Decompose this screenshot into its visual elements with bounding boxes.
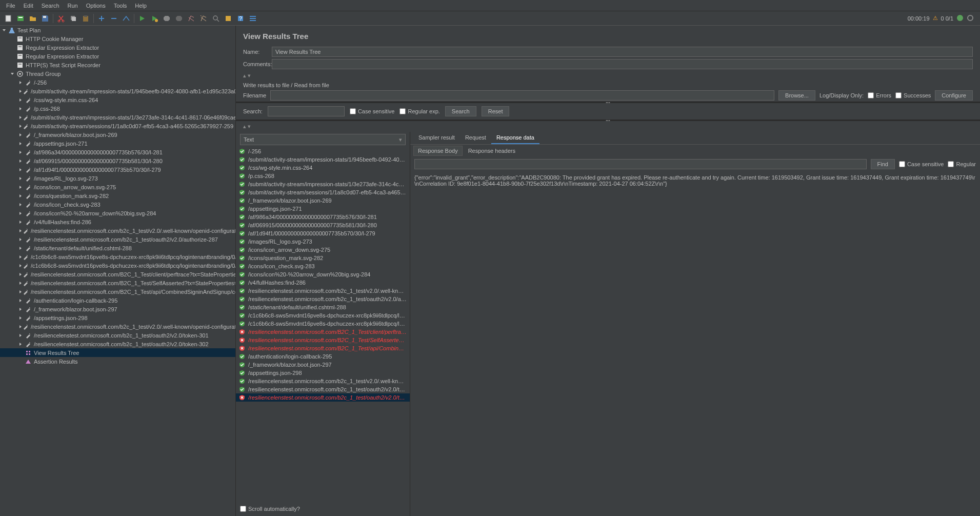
tree-node[interactable]: /icons/question_mark.svg-282 — [0, 191, 235, 200]
result-row[interactable]: /c1c6b6c8-sws5mvdnt16pve8s-dpchuczex-xrc… — [236, 320, 410, 328]
tree-node[interactable]: /resiliencelenstest.onmicrosoft.com/b2c_… — [0, 322, 235, 331]
find-input[interactable] — [414, 159, 867, 169]
result-row[interactable]: /icons/Icon_check.svg-283 — [236, 262, 410, 270]
tree-node[interactable]: /af/986a34/000000000000000007735b576/30/… — [0, 148, 235, 156]
menu-help[interactable]: Help — [131, 3, 151, 9]
tree-node[interactable]: /_framework/blazor.boot.json-269 — [0, 130, 235, 139]
response-body[interactable]: {"error":"invalid_grant","error_descript… — [410, 171, 980, 516]
subtab-response-body[interactable]: Response Body — [413, 146, 463, 156]
result-row[interactable]: /icons/icon%20-%20arrow_down%20big.svg-2… — [236, 270, 410, 279]
result-row[interactable]: /resiliencelenstest.onmicrosoft.com/b2c_… — [236, 377, 410, 385]
successes-checkbox[interactable]: Successes — [895, 92, 931, 98]
result-row[interactable]: /af/069915/000000000000000007735b581/30/… — [236, 221, 410, 229]
browse-button[interactable]: Browse... — [778, 90, 815, 101]
result-row[interactable]: /resiliencelenstest.onmicrosoft.com/b2c_… — [236, 385, 410, 393]
search-button[interactable]: Search — [445, 106, 476, 116]
errors-checkbox[interactable]: Errors — [868, 92, 891, 98]
find-regex-checkbox[interactable]: Regular — [948, 161, 976, 167]
find-case-checkbox[interactable]: Case sensitive — [899, 161, 944, 167]
result-row[interactable]: /_framework/blazor.boot.json-269 — [236, 196, 410, 205]
tree-node[interactable]: Regular Expression Extractor — [0, 52, 235, 61]
result-row[interactable]: /icons/question_mark.svg-282 — [236, 254, 410, 262]
warn-icon[interactable]: ⚠ — [933, 15, 938, 22]
result-row[interactable]: /submit/activity-stream/impression-stats… — [236, 180, 410, 188]
tree-node[interactable]: /resiliencelenstest.onmicrosoft.com/b2c_… — [0, 226, 235, 235]
tree-node[interactable]: Regular Expression Extractor — [0, 43, 235, 52]
collapse-icon[interactable] — [108, 13, 119, 24]
tree-node[interactable]: Thread Group — [0, 69, 235, 78]
tree-node[interactable]: /resiliencelenstest.onmicrosoft.com/B2C_… — [0, 287, 235, 296]
tree-node[interactable]: /c1c6b6c8-sws5mvdnt16pve8s-dpchuczex-xrc… — [0, 261, 235, 270]
tree-node[interactable]: /submit/activity-stream/impression-stats… — [0, 87, 235, 95]
tree-node[interactable]: /v4/fullHashes:find-286 — [0, 217, 235, 226]
comments-input[interactable] — [272, 59, 973, 69]
tab-sampler-result[interactable]: Sampler result — [413, 132, 460, 144]
renderer-combo[interactable]: Text — [240, 134, 406, 145]
open-icon[interactable] — [27, 13, 38, 24]
clear-icon[interactable] — [186, 13, 197, 24]
menu-edit[interactable]: Edit — [19, 3, 37, 9]
result-row[interactable]: /submit/activity-stream/impression-stats… — [236, 155, 410, 164]
new-icon[interactable] — [3, 13, 14, 24]
gear-icon[interactable] — [967, 14, 974, 23]
result-row[interactable]: /resiliencelenstest.onmicrosoft.com/B2C_… — [236, 336, 410, 344]
tree-node[interactable]: HTTP Cookie Manager — [0, 34, 235, 43]
copy-icon[interactable] — [68, 13, 79, 24]
tree-node[interactable]: Assertion Results — [0, 357, 235, 366]
result-list[interactable]: /-256/submit/activity-stream/impression-… — [236, 147, 410, 502]
start-icon[interactable] — [136, 13, 148, 24]
test-plan-tree[interactable]: Test PlanHTTP Cookie ManagerRegular Expr… — [0, 26, 236, 516]
tree-node[interactable]: /af/1d94f1/000000000000000007735b570/30/… — [0, 165, 235, 174]
result-row[interactable]: /resiliencelenstest.onmicrosoft.com/b2c_… — [236, 295, 410, 303]
tree-node[interactable]: /images/RL_logo.svg-273 — [0, 174, 235, 183]
tree-node[interactable]: /resiliencelenstest.onmicrosoft.com/B2C_… — [0, 270, 235, 279]
menu-file[interactable]: File — [2, 3, 19, 9]
result-row[interactable]: /static/tenant/default/unified.cshtml-28… — [236, 303, 410, 311]
tree-node[interactable]: /icons/Icon_check.svg-283 — [0, 200, 235, 209]
expand-icon[interactable] — [96, 13, 107, 24]
tree-node[interactable]: /af/069915/000000000000000007735b581/30/… — [0, 156, 235, 165]
tree-node[interactable]: /resiliencelenstest.onmicrosoft.com/b2c_… — [0, 340, 235, 348]
result-row[interactable]: /-256 — [236, 147, 410, 155]
menu-run[interactable]: Run — [64, 3, 82, 9]
result-row[interactable]: /p.css-268 — [236, 172, 410, 180]
result-row[interactable]: /submit/activity-stream/sessions/1/1a8c0… — [236, 188, 410, 196]
result-row[interactable]: /af/986a34/000000000000000007735b576/30/… — [236, 213, 410, 221]
configure-button[interactable]: Configure — [935, 90, 973, 101]
tree-node[interactable]: /resiliencelenstest.onmicrosoft.com/b2c_… — [0, 331, 235, 340]
tree-node[interactable]: /icons/icon%20-%20arrow_down%20big.svg-2… — [0, 209, 235, 217]
search-icon[interactable] — [210, 13, 222, 24]
splitter[interactable] — [236, 120, 980, 121]
result-row[interactable]: /resiliencelenstest.onmicrosoft.com/b2c_… — [236, 393, 410, 402]
result-row[interactable]: /af/1d94f1/000000000000000007735b570/30/… — [236, 229, 410, 237]
menu-options[interactable]: Options — [82, 3, 110, 9]
tree-node[interactable]: /authentication/login-callback-295 — [0, 296, 235, 305]
templates-icon[interactable] — [15, 13, 26, 24]
cut-icon[interactable] — [55, 13, 67, 24]
tab-request[interactable]: Request — [460, 132, 491, 144]
subtab-response-headers[interactable]: Response headers — [464, 146, 520, 156]
result-row[interactable]: /images/RL_logo.svg-273 — [236, 237, 410, 246]
toggle-icon[interactable] — [121, 13, 132, 24]
find-button[interactable]: Find — [871, 159, 895, 169]
tree-node[interactable]: /appsettings.json-298 — [0, 313, 235, 322]
result-row[interactable]: /c1c6b6c8-sws5mvdnt16pve8s-dpchuczex-xrc… — [236, 311, 410, 320]
tree-node[interactable]: View Results Tree — [0, 348, 235, 357]
start-no-timers-icon[interactable] — [149, 13, 160, 24]
menu-tools[interactable]: Tools — [110, 3, 131, 9]
menu-search[interactable]: Search — [37, 3, 64, 9]
tree-node[interactable]: /_framework/blazor.boot.json-297 — [0, 305, 235, 313]
filename-input[interactable] — [270, 90, 774, 101]
tree-node[interactable]: HTTP(S) Test Script Recorder — [0, 61, 235, 69]
paste-icon[interactable] — [80, 13, 91, 24]
result-row[interactable]: /resiliencelenstest.onmicrosoft.com/B2C_… — [236, 328, 410, 336]
result-row[interactable]: /appsettings.json-298 — [236, 369, 410, 377]
result-row[interactable]: /icons/icon_arrow_down.svg-275 — [236, 246, 410, 254]
tree-node[interactable]: /resiliencelenstest.onmicrosoft.com/b2c_… — [0, 235, 235, 244]
tree-node[interactable]: /resiliencelenstest.onmicrosoft.com/B2C_… — [0, 279, 235, 287]
clear-all-icon[interactable] — [198, 13, 209, 24]
result-row[interactable]: /authentication/login-callback-295 — [236, 352, 410, 361]
collapser[interactable]: ▴ ▾ — [236, 70, 980, 81]
tree-node[interactable]: /icons/icon_arrow_down.svg-275 — [0, 183, 235, 191]
tab-response-data[interactable]: Response data — [491, 132, 539, 144]
